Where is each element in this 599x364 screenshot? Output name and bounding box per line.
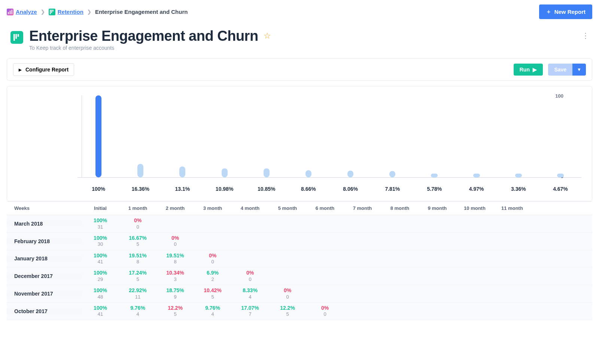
cohort-cell: 12.2%5 xyxy=(156,303,194,320)
cohort-cell: 19.51%8 xyxy=(156,250,194,267)
chart-x-label: 16.36% xyxy=(119,186,161,192)
cohort-cell: 12.2%5 xyxy=(269,303,306,320)
run-button[interactable]: Run ▶ xyxy=(514,64,543,76)
cohort-cell: 0%0 xyxy=(194,250,231,267)
analyze-icon xyxy=(7,9,13,15)
svg-rect-3 xyxy=(50,10,51,14)
save-button[interactable]: Save xyxy=(548,64,572,76)
chart-x-label: 10.85% xyxy=(246,186,288,192)
plus-icon: ＋ xyxy=(546,8,551,15)
breadcrumb-analyze[interactable]: Analyze xyxy=(16,9,37,15)
svg-rect-6 xyxy=(13,34,15,41)
chart-bar xyxy=(119,95,161,177)
svg-rect-8 xyxy=(18,34,19,37)
cohort-cell: 22.92%11 xyxy=(119,285,156,302)
table-header-rowlabel: Weeks xyxy=(7,202,82,215)
new-report-button[interactable]: ＋ New Report xyxy=(539,4,592,19)
svg-rect-1 xyxy=(10,10,10,14)
page-title: Enterprise Engagement and Churn xyxy=(29,28,258,44)
chart-bar xyxy=(204,95,246,177)
caret-right-icon: ▶ xyxy=(19,68,22,72)
cohort-cell: 10.42%5 xyxy=(194,285,231,302)
table-row: October 2017100%419.76%412.2%59.76%417.0… xyxy=(7,303,592,320)
retention-icon xyxy=(49,9,55,15)
retention-chart: 100 0 100%16.36%13.1%10.98%10.85%8.66%8.… xyxy=(7,86,592,201)
favorite-star-icon[interactable]: ☆ xyxy=(264,31,271,40)
cohort-cell: 100%48 xyxy=(82,285,119,302)
table-header-cell: 3 month xyxy=(194,202,231,215)
chart-bar xyxy=(329,95,371,177)
svg-rect-4 xyxy=(51,10,52,13)
cohort-cell: 17.07%7 xyxy=(231,303,269,320)
table-row: November 2017100%4822.92%1118.75%910.42%… xyxy=(7,285,592,303)
chart-bar xyxy=(413,95,455,177)
cohort-cell: 9.76%4 xyxy=(119,303,156,320)
cohort-cell: 100%29 xyxy=(82,267,119,285)
row-label: December 2017 xyxy=(7,273,82,279)
chart-x-label: 100% xyxy=(77,186,119,192)
cohort-cell: 0%0 xyxy=(269,285,306,302)
table-row: March 2018100%310%0 xyxy=(7,215,592,233)
chart-bar xyxy=(456,95,498,177)
cohort-cell: 100%31 xyxy=(82,215,119,232)
page-subtitle: To Keep track of enterprise accounts xyxy=(29,45,271,51)
svg-rect-0 xyxy=(8,12,9,14)
table-header-cell: 1 month xyxy=(119,202,156,215)
table-header-cell: 5 month xyxy=(269,202,306,215)
cohort-cell: 0%0 xyxy=(156,233,194,250)
table-header-cell: 10 month xyxy=(456,202,493,215)
table-header-cell: 7 month xyxy=(344,202,381,215)
chart-x-label: 4.67% xyxy=(539,186,581,192)
chart-bar xyxy=(77,95,119,177)
chart-bar xyxy=(498,95,539,177)
cohort-table: WeeksInitial1 month2 month3 month4 month… xyxy=(7,201,592,320)
cohort-cell: 100%30 xyxy=(82,233,119,250)
table-header-cell: Initial xyxy=(82,202,119,215)
row-label: March 2018 xyxy=(7,221,82,227)
save-dropdown-button[interactable]: ▼ xyxy=(572,64,586,76)
chart-bar xyxy=(288,95,329,177)
table-header-cell: 4 month xyxy=(231,202,269,215)
chart-bar xyxy=(371,95,413,177)
row-label: February 2018 xyxy=(7,238,82,244)
chart-x-label: 7.81% xyxy=(371,186,413,192)
chevron-right-icon: ❯ xyxy=(41,9,45,15)
table-header-cell: 6 month xyxy=(306,202,344,215)
breadcrumb: Analyze ❯ Retention ❯ Enterprise Engagem… xyxy=(7,9,188,15)
chart-x-label: 3.36% xyxy=(498,186,539,192)
table-header-cell: 11 month xyxy=(493,202,531,215)
chart-x-label: 8.06% xyxy=(329,186,371,192)
table-header-cell: 8 month xyxy=(381,202,419,215)
more-options-button[interactable]: ⋮ xyxy=(579,28,592,43)
table-header-cell: 9 month xyxy=(419,202,456,215)
chart-x-label: 10.98% xyxy=(204,186,246,192)
cohort-cell: 18.75%9 xyxy=(156,285,194,302)
cohort-cell: 19.51%8 xyxy=(119,250,156,267)
table-row: January 2018100%4119.51%819.51%80%0 xyxy=(7,250,592,268)
row-label: October 2017 xyxy=(7,308,82,314)
chart-x-label: 4.97% xyxy=(456,186,498,192)
cohort-cell: 6.9%2 xyxy=(194,267,231,285)
chart-bar xyxy=(161,95,203,177)
cohort-cell: 16.67%5 xyxy=(119,233,156,250)
table-header-cell: 2 month xyxy=(156,202,194,215)
svg-rect-7 xyxy=(15,34,17,39)
configure-report-button[interactable]: ▶ Configure Report xyxy=(13,63,74,76)
cohort-cell: 17.24%5 xyxy=(119,267,156,285)
table-row: February 2018100%3016.67%50%0 xyxy=(7,233,592,250)
chart-x-label: 13.1% xyxy=(161,186,203,192)
cohort-cell: 100%41 xyxy=(82,303,119,320)
chart-x-label: 8.66% xyxy=(288,186,329,192)
svg-rect-2 xyxy=(12,10,12,14)
cohort-cell: 0%0 xyxy=(119,215,156,232)
cohort-cell: 8.33%4 xyxy=(231,285,269,302)
cohort-cell: 10.34%3 xyxy=(156,267,194,285)
cohort-cell: 0%0 xyxy=(306,303,344,320)
cohort-cell: 9.76%4 xyxy=(194,303,231,320)
chart-bar xyxy=(539,95,581,177)
breadcrumb-current: Enterprise Engagement and Churn xyxy=(95,9,188,15)
report-type-icon xyxy=(10,31,23,44)
breadcrumb-retention[interactable]: Retention xyxy=(58,9,83,15)
chart-x-label: 5.78% xyxy=(413,186,455,192)
table-row: December 2017100%2917.24%510.34%36.9%20%… xyxy=(7,267,592,285)
